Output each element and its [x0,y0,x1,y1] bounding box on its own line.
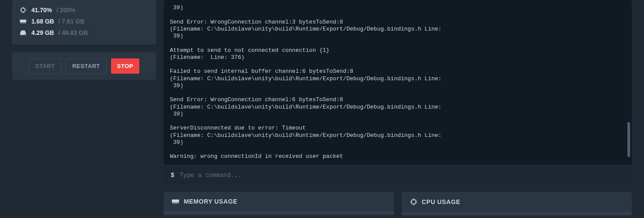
memory-usage-title: MEMORY USAGE [184,198,237,205]
cpu-chart-body [402,212,632,215]
stats-card: 41.70% / 200% 1.68 GB / 7.81 GB 4.29 GB … [12,0,156,44]
memory-value: 1.68 GB [31,18,54,25]
cpu-icon [19,7,27,14]
disk-value: 4.29 GB [31,29,54,36]
memory-stat-row: 1.68 GB / 7.81 GB [19,16,149,27]
memory-icon [172,198,179,204]
stop-button[interactable]: STOP [111,58,139,74]
disk-max: / 48.83 GB [58,29,88,36]
svg-rect-22 [411,200,415,204]
cpu-usage-card: CPU USAGE [402,192,632,215]
console-panel: 39) Send Error: WrongConnection channel:… [164,0,632,165]
start-button[interactable]: START [29,58,61,74]
cpu-icon [410,198,418,206]
restart-button[interactable]: RESTART [66,58,107,74]
memory-chart-body [164,211,394,215]
svg-rect-19 [175,202,176,204]
svg-rect-9 [20,20,27,22]
cpu-usage-title: CPU USAGE [422,198,461,205]
cpu-value: 41.70% [31,7,52,14]
console-scrollbar[interactable] [627,122,630,157]
svg-rect-14 [25,22,26,24]
svg-rect-18 [174,202,175,204]
controls-card: START RESTART STOP [12,52,156,80]
svg-rect-10 [20,22,21,24]
command-prompt-symbol: $ [171,172,174,179]
memory-max: / 7.81 GB [58,18,84,25]
svg-rect-20 [176,202,177,204]
cpu-max: / 200% [56,7,75,14]
svg-rect-0 [21,8,25,12]
disk-icon [19,30,27,36]
cpu-stat-row: 41.70% / 200% [19,4,149,16]
svg-rect-12 [23,22,23,24]
svg-point-15 [24,34,25,35]
memory-icon [19,19,27,24]
memory-usage-card: MEMORY USAGE [164,192,394,215]
disk-stat-row: 4.29 GB / 48.83 GB [19,27,149,38]
console-log[interactable]: 39) Send Error: WrongConnection channel:… [164,0,632,165]
svg-rect-11 [22,22,22,24]
svg-rect-16 [172,200,179,203]
svg-rect-17 [172,202,173,204]
svg-rect-21 [178,202,179,204]
command-bar: $ [164,167,632,184]
command-input[interactable] [179,172,625,179]
svg-rect-13 [24,22,24,24]
